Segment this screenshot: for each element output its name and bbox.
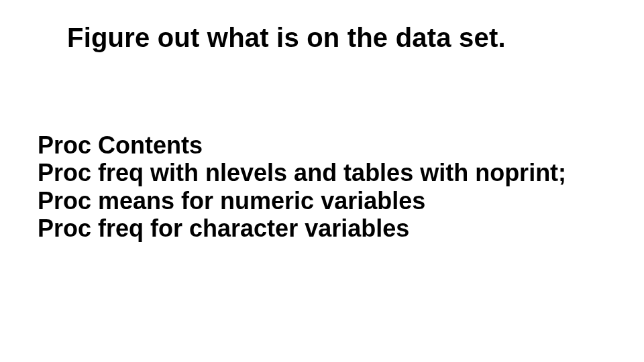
slide-body: Proc Contents Proc freq with nlevels and… (38, 131, 566, 243)
body-line-2: Proc freq with nlevels and tables with n… (38, 159, 566, 186)
body-line-4: Proc freq for character variables (38, 215, 566, 242)
body-line-1: Proc Contents (38, 131, 566, 159)
body-line-3: Proc means for numeric variables (38, 187, 566, 215)
slide: Figure out what is on the data set. Proc… (0, 0, 644, 362)
slide-title: Figure out what is on the data set. (67, 23, 506, 52)
